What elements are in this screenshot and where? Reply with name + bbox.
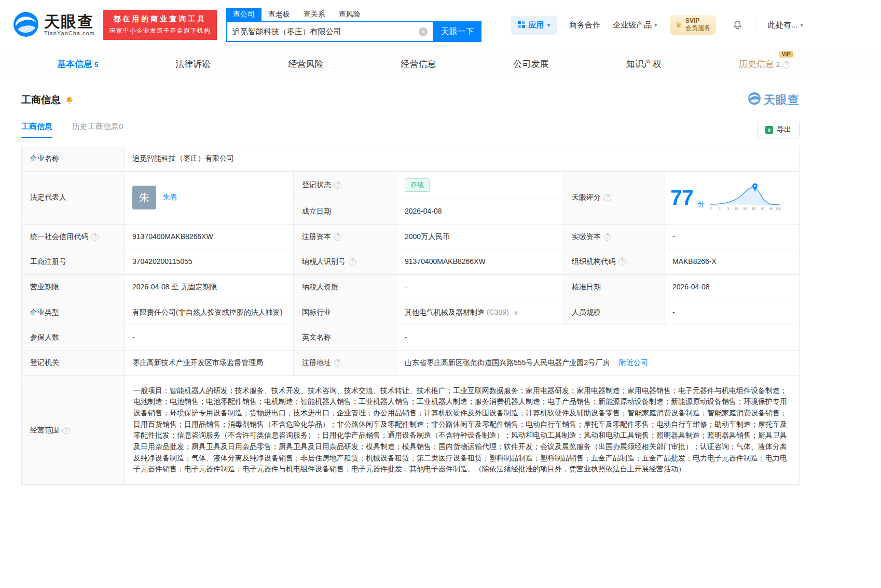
tab-operating-risk[interactable]: 经营风险	[288, 58, 323, 70]
table-row: 营业期限 2026-04-08 至 无固定期限 纳税人资质 - 核准日期 202…	[22, 274, 800, 300]
address-label: 注册地址	[294, 350, 397, 375]
notification-bell-icon[interactable]	[733, 20, 742, 30]
tab-company-development[interactable]: 公司发展	[514, 58, 549, 70]
business-cooperation-link[interactable]: 商务合作	[569, 20, 600, 30]
business-term-value: 2026-04-08 至 无固定期限	[125, 274, 294, 300]
chevron-down-icon[interactable]: ∨	[514, 309, 519, 316]
score-label: 天眼评分	[563, 171, 665, 224]
enterprise-products-menu[interactable]: 企业级产品 ▾	[613, 20, 657, 30]
user-menu[interactable]: 此处有... ▾	[768, 20, 803, 30]
apps-label: 应用	[528, 20, 544, 30]
business-scope-value: 一般项目：智能机器人的研发；技术服务、技术开发、技术咨询、技术交流、技术转让、技…	[125, 375, 800, 485]
subtab-business-info[interactable]: 工商信息	[21, 122, 52, 138]
help-icon[interactable]	[334, 233, 341, 241]
brand-logo[interactable]: 天眼查 TianYanCha.com	[12, 11, 95, 39]
chevron-down-icon: ▾	[654, 22, 657, 29]
avatar[interactable]: 朱	[132, 186, 156, 209]
tab-label: 经营信息	[401, 59, 436, 69]
paid-capital-label: 实缴资本	[563, 224, 665, 249]
header-right: 应用 ▾ 商务合作 企业级产品 ▾ ♛ SVIP 会员服务 此处有... ▾	[511, 15, 803, 35]
user-menu-label: 此处有...	[768, 20, 798, 30]
tianyancha-watermark: 天眼查	[748, 92, 800, 108]
search-tab-company[interactable]: 查公司	[226, 8, 261, 21]
business-term-label: 营业期限	[22, 274, 125, 300]
help-icon[interactable]	[334, 359, 341, 367]
excel-icon: x	[765, 126, 773, 134]
tab-history-info[interactable]: VIP 历史信息2	[739, 58, 790, 70]
subtab-history-business-info[interactable]: 历史工商信息0	[72, 122, 123, 138]
brand-name: 天眼查	[44, 13, 95, 30]
legal-rep-link[interactable]: 朱春	[163, 192, 177, 203]
cooperation-label: 商务合作	[569, 20, 600, 30]
search-tab-risk[interactable]: 查风险	[332, 8, 367, 21]
search-tab-boss[interactable]: 查老板	[261, 8, 297, 21]
establish-date-label: 成立日期	[294, 199, 397, 224]
business-info-table: 企业名称 追觅智能科技（枣庄）有限公司 法定代表人 朱 朱春 登记状态 存续	[21, 146, 800, 485]
reg-number-value: 370420200115055	[125, 249, 294, 275]
search-tab-relation[interactable]: 查关系	[297, 8, 332, 21]
svg-text:3: 3	[727, 207, 729, 211]
help-icon[interactable]	[334, 181, 341, 189]
svg-text:0: 0	[710, 207, 712, 211]
subscribe-bell-icon[interactable]	[65, 96, 74, 105]
help-icon[interactable]	[349, 258, 356, 265]
svip-label: SVIP	[685, 18, 710, 25]
svg-text:15: 15	[734, 207, 738, 211]
paid-capital-value: -	[665, 224, 800, 249]
svg-text:1: 1	[719, 207, 721, 211]
clear-icon[interactable]: ✕	[419, 27, 428, 36]
apps-grid-icon	[518, 21, 525, 30]
tab-intellectual-property[interactable]: 知识产权	[626, 58, 662, 70]
svip-membership-button[interactable]: ♛ SVIP 会员服务	[670, 15, 716, 35]
industry-label: 国标行业	[294, 300, 397, 325]
credit-code-label: 统一社会信用代码	[22, 224, 125, 249]
help-icon[interactable]	[91, 233, 99, 241]
approval-date-value: 2026-04-08	[665, 274, 800, 300]
crown-icon: ♛	[676, 20, 682, 30]
help-icon[interactable]	[62, 427, 70, 434]
tab-operating-info[interactable]: 经营信息	[401, 58, 436, 70]
promo-banner: 都在用的商业查询工具 国家中小企业发展子基金旗下机构	[103, 10, 217, 40]
svg-text:50: 50	[743, 207, 747, 211]
company-name-label: 企业名称	[22, 146, 125, 172]
watermark-text: 天眼查	[764, 92, 800, 108]
svg-text:97: 97	[761, 207, 765, 211]
business-scope-label: 经营范围	[22, 375, 125, 485]
industry-value: 其他电气机械及器材制造 (C389) ∨	[397, 300, 563, 325]
tab-basic-info[interactable]: 基本信息5	[57, 58, 98, 70]
company-type-value: 有限责任公司(非自然人投资或控股的法人独资)	[125, 300, 294, 325]
search-button[interactable]: 天眼一下	[434, 21, 481, 42]
taxpayer-quality-value: -	[397, 274, 563, 300]
registry-value: 枣庄高新技术产业开发区市场监督管理局	[125, 350, 294, 375]
tab-legal-proceedings[interactable]: 法律诉讼	[175, 58, 211, 70]
search-input-wrap: ✕	[226, 21, 434, 42]
org-code-label: 组织机构代码	[563, 249, 665, 275]
credit-code-value: 91370400MAKB8266XW	[125, 224, 294, 249]
help-icon[interactable]	[604, 194, 611, 201]
table-row: 经营范围 一般项目：智能机器人的研发；技术服务、技术开发、技术咨询、技术交流、技…	[22, 375, 800, 485]
apps-menu[interactable]: 应用 ▾	[511, 16, 557, 35]
export-label: 导出	[777, 125, 791, 134]
staff-size-value: -	[665, 300, 800, 325]
insured-value: -	[125, 325, 294, 351]
search-input[interactable]	[232, 27, 419, 36]
svg-text:100: 100	[775, 207, 781, 211]
taxpayer-quality-label: 纳税人资质	[294, 274, 397, 300]
reg-status-label: 登记状态	[294, 171, 397, 199]
divider	[755, 20, 755, 30]
help-icon[interactable]	[783, 61, 790, 68]
chevron-down-icon: ▾	[800, 22, 803, 29]
nearby-companies-link[interactable]: 附近公司	[619, 358, 648, 367]
company-type-label: 企业类型	[22, 300, 125, 325]
export-button[interactable]: x 导出	[757, 121, 800, 138]
establish-date-value: 2026-04-08	[397, 199, 563, 224]
insured-label: 参保人数	[22, 325, 125, 351]
help-icon[interactable]	[618, 258, 626, 265]
help-icon[interactable]	[604, 233, 611, 241]
search-block: 查公司 查老板 查关系 查风险 ✕ 天眼一下	[226, 8, 481, 42]
table-row: 企业名称 追觅智能科技（枣庄）有限公司	[22, 146, 800, 172]
score-curve-chart: 0 1 3 15 50 85 97 99 100	[709, 183, 782, 213]
address-value: 山东省枣庄高新区张范街道国兴路555号人民电器产业园2号厂房 附近公司	[397, 350, 800, 375]
table-row: 登记机关 枣庄高新技术产业开发区市场监督管理局 注册地址 山东省枣庄高新区张范街…	[22, 350, 800, 375]
content-container: 工商信息 天眼查 工商信息 历史工商信息0 x 导出	[21, 92, 800, 506]
